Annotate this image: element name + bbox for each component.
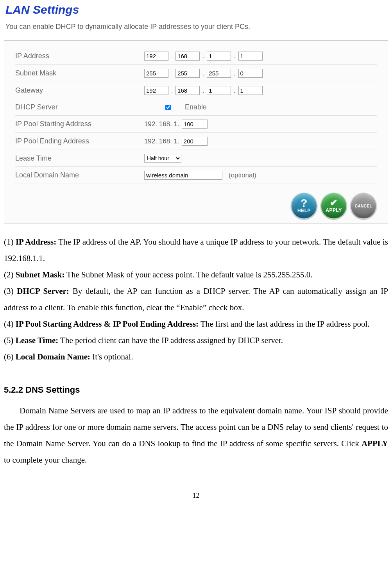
row-pool-start: IP Pool Starting Address 192. 168. 1. — [15, 116, 377, 133]
doc-item-2-term: Subnet Mask: — [16, 270, 64, 279]
dhcp-enable-text: Enable — [185, 103, 207, 111]
ip-address-octet-3[interactable] — [207, 52, 231, 61]
doc-item-1-text: The IP address of the AP. You should hav… — [4, 237, 388, 263]
doc-item-1: (1) IP Address: The IP address of the AP… — [4, 234, 388, 266]
dot: . — [202, 53, 204, 59]
doc-item-5-num: (5 — [4, 336, 11, 345]
label-gateway: Gateway — [15, 86, 144, 95]
doc-item-5-text: The period client can have the IP addres… — [58, 336, 283, 345]
doc-item-1-num: (1) — [4, 237, 16, 247]
doc-item-6-text: It's optional. — [90, 352, 133, 361]
dot: . — [234, 87, 235, 94]
cancel-button[interactable]: CANCEL — [350, 193, 377, 219]
pool-start-input[interactable] — [182, 120, 208, 129]
doc-item-1-term: IP Address: — [16, 237, 56, 247]
page-title: LAN Settings — [5, 3, 388, 16]
ip-address-octet-2[interactable] — [175, 52, 200, 61]
dhcp-enable-checkbox[interactable] — [165, 105, 171, 110]
label-ip-address: IP Address — [15, 52, 144, 60]
doc-item-6-term: Local Domain Name: — [16, 352, 90, 361]
help-button-label: HELP — [297, 208, 311, 213]
doc-item-4-text: The first and the last address in the IP… — [199, 319, 369, 329]
doc-item-2-num: (2) — [4, 270, 16, 279]
doc-item-5: (5) Lease Time: The period client can ha… — [4, 332, 388, 349]
local-domain-input[interactable] — [144, 171, 222, 180]
dot: . — [202, 87, 204, 94]
subnet-mask-octet-2[interactable] — [175, 69, 200, 78]
row-dhcp-server: DHCP Server Enable — [15, 99, 377, 116]
subnet-mask-octet-1[interactable] — [144, 69, 168, 78]
doc-item-4-term: IP Pool Starting Address & IP Pool Endin… — [16, 319, 199, 329]
section-heading-dns: 5.2.2 DNS Settings — [4, 381, 388, 399]
doc-item-6: (6) Local Domain Name: It's optional. — [4, 349, 388, 365]
apply-button-label: APPLY — [326, 207, 342, 213]
page-description: You can enable DHCP to dynamically alloc… — [5, 23, 388, 31]
doc-dns-apply-word: APPLY — [362, 439, 388, 448]
page-number: 12 — [4, 492, 388, 500]
doc-item-3-term: DHCP Server: — [17, 286, 69, 296]
check-icon: ✔ — [330, 199, 338, 207]
gateway-octet-2[interactable] — [175, 86, 200, 95]
dot: . — [234, 53, 235, 59]
doc-dns-text-1: Domain Name Servers are used to map an I… — [4, 406, 388, 448]
label-pool-end: IP Pool Ending Address — [15, 137, 144, 145]
doc-item-2-text: The Subnet Mask of your access point. Th… — [64, 270, 312, 279]
label-local-domain: Local Domain Name — [15, 171, 144, 179]
gateway-octet-1[interactable] — [144, 86, 168, 95]
gateway-octet-3[interactable] — [207, 86, 231, 95]
label-subnet-mask: Subnet Mask — [15, 69, 144, 77]
ip-address-octet-1[interactable] — [144, 52, 168, 61]
label-lease-time: Lease Time — [15, 154, 144, 163]
help-button[interactable]: ? HELP — [291, 193, 317, 219]
row-lease-time: Lease Time Half hour — [15, 150, 377, 167]
dot: . — [234, 70, 235, 77]
lease-time-select[interactable]: Half hour — [144, 154, 181, 163]
button-bar: ? HELP ✔ APPLY CANCEL — [15, 193, 377, 219]
label-dhcp-server: DHCP Server — [15, 103, 144, 111]
pool-end-prefix: 192. 168. 1. — [144, 138, 179, 145]
doc-body: (1) IP Address: The IP address of the AP… — [4, 234, 388, 468]
doc-dns-text-2: to complete your change. — [4, 455, 87, 465]
pool-start-prefix: 192. 168. 1. — [144, 120, 179, 128]
label-pool-start: IP Pool Starting Address — [15, 120, 144, 128]
doc-item-3: (3) DHCP Server: By default, the AP can … — [4, 283, 388, 316]
doc-item-4-num: (4) — [4, 319, 16, 329]
row-gateway: Gateway . . . — [15, 82, 377, 99]
row-subnet-mask: Subnet Mask . . . — [15, 65, 377, 82]
dot: . — [202, 70, 204, 77]
ip-address-octet-4[interactable] — [238, 52, 263, 61]
cancel-button-label: CANCEL — [355, 204, 372, 208]
doc-item-4: (4) IP Pool Starting Address & IP Pool E… — [4, 316, 388, 332]
subnet-mask-octet-4[interactable] — [238, 69, 263, 78]
row-pool-end: IP Pool Ending Address 192. 168. 1. — [15, 133, 377, 150]
doc-item-6-num: (6) — [4, 352, 16, 361]
question-mark-icon: ? — [301, 199, 308, 207]
dot: . — [171, 87, 173, 94]
apply-button[interactable]: ✔ APPLY — [320, 193, 347, 219]
row-local-domain: Local Domain Name (optional) — [15, 167, 377, 184]
doc-item-5-term: ) Lease Time: — [11, 336, 59, 345]
doc-item-2: (2) Subnet Mask: The Subnet Mask of your… — [4, 266, 388, 283]
pool-end-input[interactable] — [182, 137, 208, 146]
dot: . — [171, 70, 173, 77]
subnet-mask-octet-3[interactable] — [207, 69, 231, 78]
gateway-octet-4[interactable] — [238, 86, 263, 95]
doc-dns-paragraph: Domain Name Servers are used to map an I… — [4, 402, 388, 468]
lan-settings-panel: IP Address . . . Subnet Mask . . . — [4, 40, 388, 223]
doc-item-3-num: (3) — [4, 286, 17, 296]
dot: . — [171, 53, 173, 59]
row-ip-address: IP Address . . . — [15, 48, 377, 65]
local-domain-optional: (optional) — [229, 172, 256, 179]
